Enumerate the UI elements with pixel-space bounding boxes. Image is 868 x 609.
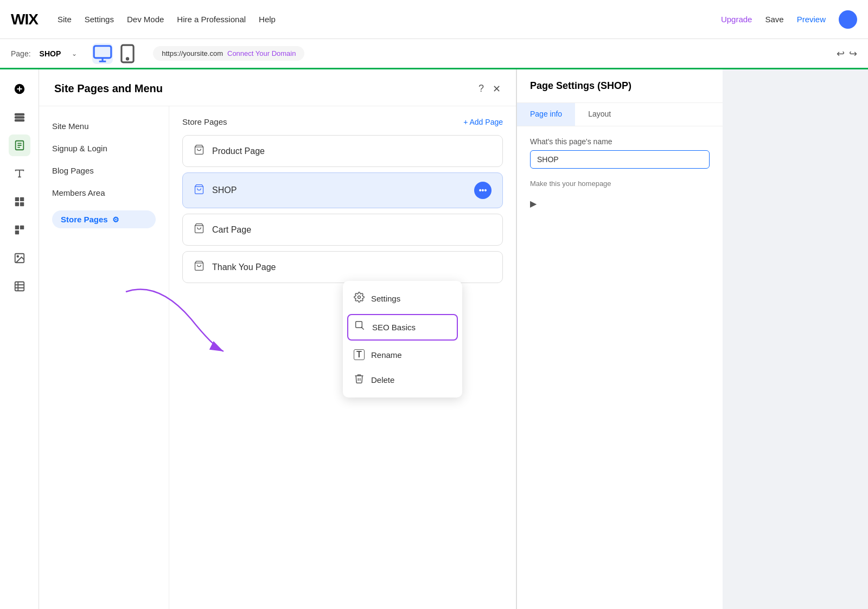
nav-blog-pages[interactable]: Blog Pages xyxy=(39,159,169,182)
nav-site[interactable]: Site xyxy=(58,15,72,24)
sidebar-pages-icon[interactable] xyxy=(9,134,30,156)
arrow-right-icon: ▶ xyxy=(530,198,710,209)
three-dots-btn[interactable]: ••• xyxy=(474,182,492,199)
tab-layout[interactable]: Layout xyxy=(575,103,624,126)
nav-help[interactable]: Help xyxy=(259,15,276,24)
wix-logo: WIX xyxy=(11,11,38,28)
page-item-shop[interactable]: SHOP ••• xyxy=(182,172,503,208)
settings-section: Make this your homepage xyxy=(530,180,710,188)
nav-upgrade[interactable]: Upgrade xyxy=(721,15,752,24)
context-rename[interactable]: T Rename xyxy=(343,343,462,367)
nav-preview[interactable]: Preview xyxy=(797,15,826,24)
homepage-text: Make this your homepage xyxy=(530,180,710,188)
tab-page-info[interactable]: Page info xyxy=(517,103,575,126)
context-rename-label: Rename xyxy=(371,350,402,360)
sidebar-apps-icon[interactable] xyxy=(9,191,30,213)
context-settings[interactable]: Settings xyxy=(343,285,462,312)
context-delete[interactable]: Delete xyxy=(343,367,462,393)
svg-rect-6 xyxy=(15,120,24,121)
svg-rect-0 xyxy=(94,46,111,57)
top-nav: WIX Site Settings Dev Mode Hire a Profes… xyxy=(0,0,868,39)
nav-dev-mode[interactable]: Dev Mode xyxy=(127,15,164,24)
svg-rect-17 xyxy=(15,282,24,291)
sidebar-plugins-icon[interactable] xyxy=(9,219,30,241)
page-name-label: What's this page's name xyxy=(530,137,710,146)
nav-arrows: ↩ ↪ xyxy=(837,48,857,60)
forward-arrow-btn[interactable]: ↪ xyxy=(849,48,857,60)
seo-icon xyxy=(355,320,366,334)
svg-rect-11 xyxy=(20,202,23,206)
svg-rect-23 xyxy=(356,322,362,328)
sidebar-menu-icon[interactable] xyxy=(9,106,30,128)
sidebar-table-icon[interactable] xyxy=(9,275,30,297)
panel-header: Site Pages and Menu ? ✕ xyxy=(39,69,516,106)
avatar[interactable] xyxy=(839,10,857,29)
svg-rect-9 xyxy=(20,197,23,201)
nav-members-area[interactable]: Members Area xyxy=(39,182,169,204)
settings-header: Page Settings (SHOP) xyxy=(517,69,723,103)
main-area: Site Pages and Menu ? ✕ Site Menu Signup… xyxy=(0,69,868,609)
connect-domain-link[interactable]: Connect Your Domain xyxy=(227,49,296,57)
url-text: https://yoursite.com xyxy=(162,49,223,57)
sidebar-text-icon[interactable] xyxy=(9,163,30,184)
nav-hire-professional[interactable]: Hire a Professional xyxy=(177,15,246,24)
store-pages-title: Store Pages xyxy=(182,117,227,126)
svg-rect-4 xyxy=(15,114,24,116)
nav-save[interactable]: Save xyxy=(765,15,783,24)
product-page-icon xyxy=(194,144,205,158)
svg-rect-5 xyxy=(15,117,24,118)
page-dropdown-arrow[interactable]: ⌄ xyxy=(72,50,77,57)
settings-icon xyxy=(354,292,365,305)
svg-rect-10 xyxy=(15,202,18,206)
sidebar-media-icon[interactable] xyxy=(9,247,30,269)
thankyou-page-icon xyxy=(194,260,205,274)
thankyou-page-label: Thank You Page xyxy=(212,262,276,272)
shop-page-label: SHOP xyxy=(212,185,237,195)
url-bar: https://yoursite.com Connect Your Domain xyxy=(153,46,304,61)
page-item-thankyou[interactable]: Thank You Page xyxy=(182,251,503,283)
second-bar: Page: SHOP ⌄ https://yoursite.com Connec… xyxy=(0,39,868,69)
context-menu: Settings SEO Basics T Rename Delete xyxy=(343,281,462,398)
panel-title: Site Pages and Menu xyxy=(54,82,163,95)
sidebar-add-icon[interactable] xyxy=(9,78,30,100)
store-pages-pill: Store Pages ⚙ xyxy=(52,210,156,228)
store-pages-label: Store Pages xyxy=(61,215,108,224)
mobile-device-btn[interactable] xyxy=(117,43,138,64)
page-item-product[interactable]: Product Page xyxy=(182,135,503,167)
page-name-input[interactable] xyxy=(530,150,710,169)
cart-page-label: Cart Page xyxy=(212,225,251,235)
settings-tabs: Page info Layout xyxy=(517,103,723,126)
nav-settings[interactable]: Settings xyxy=(85,15,114,24)
store-pages-gear-icon[interactable]: ⚙ xyxy=(112,215,119,224)
page-item-cart[interactable]: Cart Page xyxy=(182,214,503,246)
nav-store-pages[interactable]: Store Pages ⚙ xyxy=(39,204,169,235)
cart-page-icon xyxy=(194,223,205,236)
delete-icon xyxy=(354,373,365,387)
page-settings-panel: Page Settings (SHOP) Page info Layout Wh… xyxy=(516,69,723,609)
svg-rect-12 xyxy=(15,226,18,229)
svg-rect-13 xyxy=(20,226,23,229)
product-page-label: Product Page xyxy=(212,146,265,156)
rename-icon: T xyxy=(354,349,365,360)
context-seo-basics[interactable]: SEO Basics xyxy=(347,314,458,341)
left-sidebar xyxy=(0,69,39,609)
back-arrow-btn[interactable]: ↩ xyxy=(837,48,845,60)
settings-title: Page Settings (SHOP) xyxy=(530,80,631,91)
svg-point-2 xyxy=(127,57,129,59)
panel-header-icons: ? ✕ xyxy=(478,83,501,95)
svg-point-22 xyxy=(358,296,361,299)
svg-rect-14 xyxy=(15,230,18,234)
svg-rect-8 xyxy=(15,197,18,201)
panel-nav: Site Menu Signup & Login Blog Pages Memb… xyxy=(39,106,169,609)
add-page-btn[interactable]: + Add Page xyxy=(463,118,503,126)
context-seo-label: SEO Basics xyxy=(372,323,416,332)
close-icon-btn[interactable]: ✕ xyxy=(493,83,501,95)
shop-page-icon xyxy=(194,184,205,197)
help-icon-btn[interactable]: ? xyxy=(478,83,484,94)
desktop-device-btn[interactable] xyxy=(92,43,113,64)
svg-point-16 xyxy=(17,255,18,257)
device-buttons xyxy=(92,43,138,64)
nav-site-menu[interactable]: Site Menu xyxy=(39,115,169,137)
nav-signup-login[interactable]: Signup & Login xyxy=(39,137,169,159)
settings-body: What's this page's name Make this your h… xyxy=(517,126,723,220)
